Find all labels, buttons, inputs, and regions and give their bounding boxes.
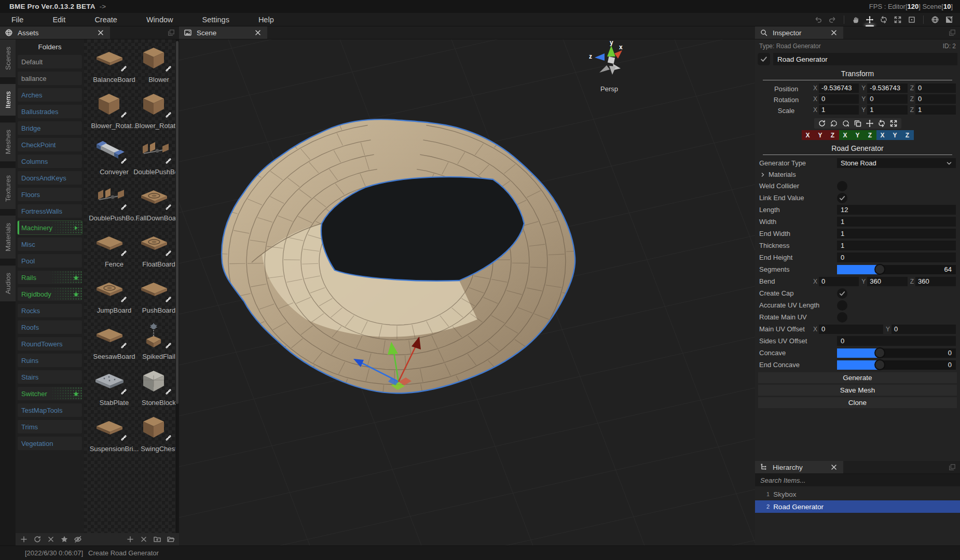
close-icon[interactable] [140, 535, 148, 543]
save-mesh-button[interactable]: Save Mesh [758, 385, 957, 396]
folder-item-rocks[interactable]: Rocks [18, 304, 82, 317]
asset-tile[interactable]: Fence [87, 229, 131, 268]
rotate-ccw-icon[interactable] [830, 119, 838, 128]
hierarchy-item-road-generator[interactable]: 2Road Generator [755, 500, 960, 513]
folder-item-trims[interactable]: Trims [18, 420, 82, 433]
hierarchy-search-input[interactable] [755, 474, 960, 486]
move-icon[interactable] [866, 119, 874, 128]
bend-y-field[interactable]: 360 [867, 277, 907, 286]
asset-tile[interactable]: Conveyer [87, 137, 131, 176]
scene-viewport[interactable]: y x z Persp [179, 39, 755, 545]
position-z-field[interactable]: 0 [915, 83, 956, 93]
asset-tile[interactable]: SpikedFlail [132, 321, 175, 360]
folder-item-roundtowers[interactable]: RoundTowers [18, 337, 82, 351]
folder-item-rigidbody[interactable]: Rigidbody [18, 287, 82, 301]
folder-item-doorsandkeys[interactable]: DoorsAndKeys [18, 171, 82, 185]
asset-tile[interactable]: JumpBoard [87, 275, 131, 314]
asset-tile[interactable]: FloatBoard [132, 229, 175, 268]
object-name-input[interactable] [773, 53, 957, 65]
asset-tile[interactable]: DoublePushBo... [87, 183, 131, 222]
main-uv-offset-x-field[interactable]: 0 [819, 325, 883, 334]
tab-assets[interactable]: Assets [0, 26, 110, 39]
category-tab-items[interactable]: Items [0, 84, 16, 116]
hand-icon[interactable] [851, 15, 860, 24]
tab-hierarchy[interactable]: Hierarchy [755, 461, 843, 473]
folder-item-ruins[interactable]: Ruins [18, 354, 82, 367]
generator-type-select[interactable]: Stone Road [837, 158, 956, 168]
tab-inspector[interactable]: Inspector [755, 26, 843, 39]
position-y-field[interactable]: -9.536743 [867, 83, 907, 93]
move-icon[interactable] [865, 15, 874, 24]
concave-slider[interactable]: 0 [837, 348, 956, 358]
asset-tile[interactable]: DoublePushBo... [132, 137, 175, 176]
generate-button[interactable]: Generate [758, 372, 957, 383]
folder-item-checkpoint[interactable]: CheckPoint [18, 138, 82, 151]
asset-tile[interactable]: StoneBlock [132, 368, 175, 407]
bend-z-field[interactable]: 360 [915, 277, 956, 286]
asset-tile[interactable]: SuspensionBri... [87, 414, 131, 453]
thickness-field[interactable]: 1 [837, 241, 956, 250]
sync-icon[interactable] [818, 119, 826, 128]
menu-file[interactable]: File [8, 15, 26, 25]
asset-tile[interactable]: Blower_Rotati... [132, 91, 175, 130]
axis-red-y-button[interactable]: Y [814, 130, 827, 140]
plus-icon[interactable] [126, 535, 134, 543]
menu-create[interactable]: Create [91, 15, 120, 25]
axis-red-z-button[interactable]: Z [827, 130, 839, 140]
axis-green-x-button[interactable]: X [839, 130, 852, 140]
folder-item-pool[interactable]: Pool [18, 254, 82, 268]
category-tab-materials[interactable]: Materials [0, 216, 16, 259]
asset-tile[interactable]: PushBoard [132, 275, 175, 314]
slider-knob[interactable] [874, 347, 885, 358]
folder-item-vegetation[interactable]: Vegetation [18, 437, 82, 450]
link-end-value-toggle[interactable] [837, 193, 847, 203]
axis-red-x-button[interactable]: X [802, 130, 814, 140]
asset-tile[interactable]: BalanceBoard [87, 45, 131, 83]
sync-icon[interactable] [33, 535, 42, 543]
hierarchy-item-skybox[interactable]: 1Skybox [755, 488, 960, 500]
category-tab-audios[interactable]: Audios [0, 265, 16, 301]
maximize-icon[interactable] [948, 463, 957, 472]
folder-item-switcher[interactable]: Switcher [18, 387, 82, 400]
folder-item-fortresswalls[interactable]: FortressWalls [18, 204, 82, 218]
expand-icon[interactable] [889, 119, 898, 128]
close-icon[interactable] [97, 28, 105, 37]
star-icon[interactable] [60, 535, 68, 543]
rotate-main-uv-toggle[interactable] [837, 312, 847, 323]
close-icon[interactable] [830, 28, 838, 37]
rect-select-icon[interactable] [907, 15, 916, 24]
position-x-field[interactable]: -9.536743 [819, 83, 859, 93]
copy-icon[interactable] [854, 119, 862, 128]
asset-tile[interactable]: Blower [132, 45, 175, 83]
bend-x-field[interactable]: 0 [819, 277, 859, 286]
menu-settings[interactable]: Settings [199, 15, 232, 25]
close-icon[interactable] [254, 28, 262, 37]
segments-slider[interactable]: 64 [837, 265, 956, 274]
folder-item-bridge[interactable]: Bridge [18, 121, 82, 135]
folder-item-machinery[interactable]: Machinery [18, 221, 82, 234]
axis-blue-x-button[interactable]: X [876, 130, 889, 140]
pivot-icon[interactable] [944, 15, 954, 24]
close-icon[interactable] [830, 463, 838, 472]
globe-icon[interactable] [930, 15, 940, 24]
folder-add-icon[interactable] [153, 535, 161, 543]
rotation-x-field[interactable]: 0 [819, 94, 859, 104]
asset-tile[interactable]: SwingChest [132, 414, 175, 453]
category-tab-textures[interactable]: Textures [0, 168, 16, 209]
folder-open-icon[interactable] [167, 535, 175, 543]
menu-edit[interactable]: Edit [49, 15, 68, 25]
close-icon[interactable] [47, 535, 55, 543]
axis-green-y-button[interactable]: Y [852, 130, 864, 140]
object-enabled-checkbox[interactable] [758, 53, 770, 65]
weld-collider-toggle[interactable] [837, 181, 847, 191]
eye-off-icon[interactable] [74, 535, 82, 543]
end-height-field[interactable]: 0 [837, 253, 956, 262]
scale-z-field[interactable]: 1 [915, 105, 956, 115]
category-tab-scenes[interactable]: Scenes [0, 39, 16, 77]
scale-y-field[interactable]: 1 [867, 105, 907, 115]
clone-button[interactable]: Clone [758, 397, 957, 408]
materials-foldout[interactable]: Materials [758, 169, 957, 180]
folder-item-default[interactable]: Default [18, 55, 82, 68]
folder-item-testmaptools[interactable]: TestMapTools [18, 403, 82, 417]
undo-icon[interactable] [814, 15, 823, 24]
